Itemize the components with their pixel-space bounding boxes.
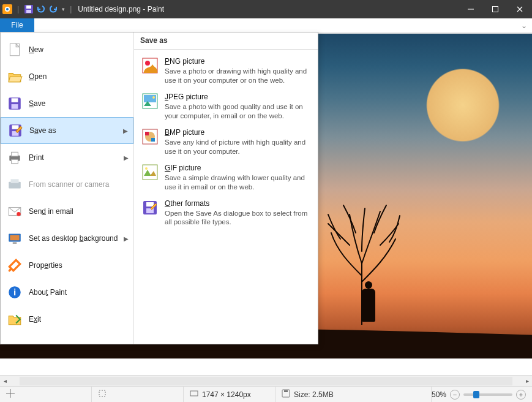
menu-item-label: Set as desktop background: [29, 234, 118, 243]
saveas-option-png[interactable]: PNG pictureSave a photo or drawing with …: [137, 53, 315, 89]
status-filesize-cell: Size: 2.5MB: [275, 387, 432, 402]
print-icon: [7, 150, 23, 165]
quick-access-toolbar: | ▾ |: [0, 4, 74, 14]
menu-item-label: Print: [29, 153, 44, 162]
svg-rect-16: [12, 125, 19, 129]
status-dimensions-cell: 1747 × 1240px: [184, 387, 275, 402]
saveas-icon: [7, 123, 23, 138]
saveas-option-desc: Save a photo with good quality and use i…: [165, 102, 310, 121]
saveas-option-desc: Save a simple drawing with lower quality…: [165, 173, 310, 192]
save-as-submenu-header: Save as: [134, 32, 318, 50]
menu-item-wallpaper[interactable]: Set as desktop background▶: [1, 225, 133, 252]
saveas-option-title: Other formats: [165, 199, 310, 208]
paint-app-icon: [2, 4, 12, 14]
other-format-icon: [141, 199, 159, 216]
qat-dropdown-icon[interactable]: ▾: [62, 6, 65, 12]
menu-item-save[interactable]: Save: [1, 90, 133, 117]
menu-item-properties[interactable]: Properties: [1, 252, 133, 279]
menu-item-label: About Paint: [29, 288, 67, 297]
svg-rect-22: [11, 179, 19, 183]
jpeg-format-icon: [141, 93, 159, 110]
scroll-right-icon[interactable]: ▸: [522, 376, 532, 386]
menu-item-email[interactable]: Send in email: [1, 198, 133, 225]
menu-item-saveas[interactable]: Save as▶: [1, 117, 133, 144]
svg-rect-33: [144, 95, 156, 102]
saveas-option-other[interactable]: Other formatsOpen the Save As dialogue b…: [137, 195, 315, 231]
menu-item-label: Open: [29, 72, 47, 81]
redo-icon[interactable]: [48, 4, 58, 14]
undo-icon[interactable]: [36, 4, 46, 14]
saveas-option-gif[interactable]: GIF pictureSave a simple drawing with lo…: [137, 160, 315, 195]
svg-point-34: [152, 96, 155, 99]
save-icon[interactable]: [24, 4, 34, 14]
ribbon-collapse-chevron-icon[interactable]: ⌄: [521, 21, 527, 30]
svg-text:i: i: [13, 287, 16, 297]
about-icon: i: [7, 284, 23, 300]
menu-item-about[interactable]: iAbout Paint: [1, 279, 133, 306]
svg-rect-37: [145, 132, 149, 135]
file-tab[interactable]: File: [0, 18, 34, 32]
svg-rect-38: [151, 138, 155, 142]
saveas-option-jpeg[interactable]: JPEG pictureSave a photo with good quali…: [137, 89, 315, 124]
svg-rect-20: [12, 159, 18, 164]
cursor-position-icon: [6, 389, 15, 400]
svg-point-40: [145, 167, 148, 170]
saveas-option-bmp[interactable]: BMP pictureSave any kind of picture with…: [137, 124, 315, 160]
file-backstage-menu: NewOpenSaveSave as▶Print▶From scanner or…: [0, 32, 318, 344]
filesize-text: Size: 2.5MB: [294, 390, 334, 399]
menu-item-label: Save as: [29, 126, 56, 135]
svg-point-24: [17, 212, 21, 216]
status-bar: 1747 × 1240px Size: 2.5MB 50% − +: [0, 386, 532, 402]
status-selection-cell: [92, 387, 184, 402]
saveas-option-title: BMP picture: [165, 128, 310, 137]
minimize-button[interactable]: [459, 0, 483, 18]
file-tab-label: File: [11, 21, 23, 29]
open-icon: [7, 69, 23, 85]
svg-rect-42: [146, 202, 154, 207]
horizontal-scrollbar[interactable]: ◂ ▸: [0, 375, 532, 386]
svg-rect-19: [12, 152, 18, 156]
status-cursor-cell: [0, 387, 92, 402]
menu-item-label: From scanner or camera: [29, 180, 109, 189]
scanner-icon: [7, 176, 23, 192]
dimensions-icon: [190, 389, 198, 400]
menu-item-scanner: From scanner or camera: [1, 171, 133, 198]
svg-rect-46: [99, 390, 105, 396]
zoom-slider-thumb[interactable]: [473, 391, 479, 398]
selection-size-icon: [98, 389, 107, 400]
zoom-percent-text: 50%: [432, 390, 446, 399]
saveas-option-desc: Save a photo or drawing with high qualit…: [165, 67, 310, 85]
close-button[interactable]: [508, 0, 532, 18]
window-title: Untitled design.png - Paint: [78, 5, 164, 13]
scroll-track[interactable]: [20, 377, 512, 385]
svg-rect-4: [26, 6, 31, 9]
saveas-option-desc: Open the Save As dialogue box to select …: [165, 209, 310, 227]
disk-icon: [282, 389, 290, 400]
separator: |: [17, 5, 19, 13]
zoom-in-button[interactable]: +: [516, 390, 526, 400]
zoom-out-button[interactable]: −: [450, 390, 460, 400]
zoom-controls: 50% − +: [432, 390, 532, 400]
svg-point-2: [6, 8, 9, 10]
menu-item-open[interactable]: Open: [1, 63, 133, 90]
menu-item-exit[interactable]: Exit: [1, 306, 133, 333]
png-format-icon: [141, 57, 159, 74]
svg-rect-7: [493, 7, 498, 12]
ribbon-row: ⌄: [0, 18, 532, 33]
maximize-button[interactable]: [483, 0, 508, 18]
properties-icon: [7, 257, 23, 273]
title-bar: | ▾ | Untitled design.png - Paint: [0, 0, 532, 18]
menu-item-new[interactable]: New: [1, 36, 133, 63]
saveas-option-title: PNG picture: [165, 57, 310, 66]
svg-rect-5: [26, 10, 31, 13]
menu-item-label: Send in email: [29, 207, 73, 216]
menu-item-print[interactable]: Print▶: [1, 144, 133, 171]
menu-item-label: New: [29, 45, 43, 54]
zoom-slider[interactable]: [463, 393, 512, 396]
svg-rect-27: [13, 243, 17, 244]
person-silhouette: [362, 289, 375, 322]
file-menu-main: NewOpenSaveSave as▶Print▶From scanner or…: [1, 32, 134, 344]
svg-rect-26: [10, 235, 19, 241]
scroll-left-icon[interactable]: ◂: [0, 376, 10, 386]
menu-item-label: Save: [29, 99, 45, 108]
